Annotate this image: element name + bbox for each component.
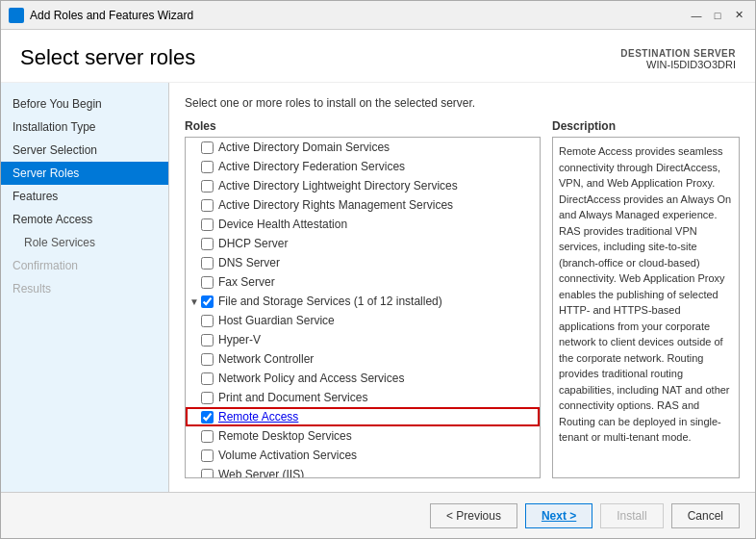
role-name-dhcp: DHCP Server <box>218 237 288 250</box>
roles-list: Active Directory Domain ServicesActive D… <box>186 138 540 478</box>
checkbox-network-policy[interactable] <box>201 372 214 385</box>
role-name-ad-rms: Active Directory Rights Management Servi… <box>218 198 453 212</box>
sidebar: Before You BeginInstallation TypeServer … <box>1 83 169 492</box>
role-name-volume-activation: Volume Activation Services <box>218 449 357 462</box>
install-button[interactable]: Install <box>600 503 663 528</box>
sidebar-item-role-services[interactable]: Role Services <box>1 231 168 254</box>
role-item-dhcp[interactable]: DHCP Server <box>186 234 540 253</box>
description-label: Description <box>552 119 740 133</box>
next-button[interactable]: Next > <box>525 503 592 528</box>
roles-list-container[interactable]: Active Directory Domain ServicesActive D… <box>185 137 541 478</box>
role-item-device-health[interactable]: Device Health Attestation <box>186 215 540 234</box>
roles-panel: Roles Active Directory Domain ServicesAc… <box>185 119 541 478</box>
role-name-web-server: Web Server (IIS) <box>218 468 304 478</box>
role-name-remote-desktop: Remote Desktop Services <box>218 429 352 443</box>
roles-label: Roles <box>185 119 541 133</box>
role-item-host-guardian[interactable]: Host Guardian Service <box>186 311 540 330</box>
role-name-print-doc: Print and Document Services <box>218 391 367 404</box>
role-item-remote-desktop[interactable]: Remote Desktop Services <box>186 426 540 446</box>
role-item-network-controller[interactable]: Network Controller <box>186 349 540 369</box>
page-title: Select server roles <box>20 45 195 70</box>
role-name-host-guardian: Host Guardian Service <box>218 314 335 327</box>
sidebar-item-remote-access[interactable]: Remote Access <box>1 208 168 231</box>
app-icon <box>9 8 24 23</box>
destination-info: DESTINATION SERVER WIN-I5DID3O3DRI <box>620 48 736 70</box>
checkbox-ad-fs[interactable] <box>201 161 214 173</box>
checkbox-hyper-v[interactable] <box>201 334 214 346</box>
footer: < Previous Next > Install Cancel <box>1 492 755 538</box>
checkbox-device-health[interactable] <box>201 218 214 231</box>
role-item-dns[interactable]: DNS Server <box>186 253 540 272</box>
role-item-fax[interactable]: Fax Server <box>186 272 540 292</box>
role-item-volume-activation[interactable]: Volume Activation Services <box>186 446 540 465</box>
checkbox-network-controller[interactable] <box>201 353 214 366</box>
window-controls: — □ ✕ <box>688 7 747 24</box>
role-name-ad-ds: Active Directory Domain Services <box>218 141 390 154</box>
previous-button[interactable]: < Previous <box>430 503 517 528</box>
checkbox-volume-activation[interactable] <box>201 449 214 462</box>
checkbox-host-guardian[interactable] <box>201 315 214 327</box>
role-item-ad-lds[interactable]: Active Directory Lightweight Directory S… <box>186 176 540 195</box>
checkbox-ad-rms[interactable] <box>201 199 214 212</box>
sidebar-item-installation-type[interactable]: Installation Type <box>1 116 168 139</box>
role-name-remote-access: Remote Access <box>218 410 298 424</box>
sidebar-item-before-you-begin[interactable]: Before You Begin <box>1 92 168 116</box>
checkbox-web-server[interactable] <box>201 469 214 478</box>
description-panel: Description Remote Access provides seaml… <box>552 119 740 478</box>
role-item-ad-ds[interactable]: Active Directory Domain Services <box>186 138 540 157</box>
role-item-print-doc[interactable]: Print and Document Services <box>186 388 540 407</box>
two-column-layout: Roles Active Directory Domain ServicesAc… <box>185 119 740 478</box>
sidebar-item-confirmation: Confirmation <box>1 254 168 277</box>
checkbox-file-storage[interactable] <box>201 295 214 308</box>
checkbox-dns[interactable] <box>201 257 214 270</box>
role-item-ad-rms[interactable]: Active Directory Rights Management Servi… <box>186 195 540 215</box>
checkbox-dhcp[interactable] <box>201 238 214 250</box>
role-name-ad-lds: Active Directory Lightweight Directory S… <box>218 179 458 192</box>
sidebar-item-server-roles[interactable]: Server Roles <box>1 162 168 185</box>
role-name-hyper-v: Hyper-V <box>218 333 261 346</box>
checkbox-remote-desktop[interactable] <box>201 430 214 443</box>
role-name-network-policy: Network Policy and Access Services <box>218 372 404 385</box>
sidebar-item-features[interactable]: Features <box>1 185 168 208</box>
role-name-dns: DNS Server <box>218 256 280 270</box>
role-name-ad-fs: Active Directory Federation Services <box>218 160 405 173</box>
role-name-network-controller: Network Controller <box>218 352 314 366</box>
checkbox-print-doc[interactable] <box>201 392 214 404</box>
role-item-file-storage[interactable]: ▼File and Storage Services (1 of 12 inst… <box>186 292 540 311</box>
main-content-area: Select one or more roles to install on t… <box>169 83 755 492</box>
checkbox-ad-lds[interactable] <box>201 180 214 192</box>
title-bar: Add Roles and Features Wizard — □ ✕ <box>1 1 755 30</box>
close-button[interactable]: ✕ <box>730 7 747 24</box>
destination-label: DESTINATION SERVER <box>620 48 736 59</box>
main-body: Before You BeginInstallation TypeServer … <box>1 83 755 492</box>
role-item-remote-access[interactable]: Remote Access <box>186 407 540 426</box>
role-item-network-policy[interactable]: Network Policy and Access Services <box>186 369 540 388</box>
checkbox-remote-access[interactable] <box>201 411 214 424</box>
content-area: Select server roles DESTINATION SERVER W… <box>1 30 755 538</box>
destination-server: WIN-I5DID3O3DRI <box>620 59 736 70</box>
window-title: Add Roles and Features Wizard <box>30 9 688 22</box>
role-name-file-storage: File and Storage Services (1 of 12 insta… <box>218 295 442 308</box>
checkbox-fax[interactable] <box>201 276 214 289</box>
role-item-hyper-v[interactable]: Hyper-V <box>186 330 540 349</box>
sidebar-item-results: Results <box>1 277 168 300</box>
cancel-button[interactable]: Cancel <box>671 503 740 528</box>
main-window: Add Roles and Features Wizard — □ ✕ Sele… <box>0 0 756 539</box>
role-item-web-server[interactable]: Web Server (IIS) <box>186 465 540 478</box>
role-item-ad-fs[interactable]: Active Directory Federation Services <box>186 157 540 176</box>
role-name-device-health: Device Health Attestation <box>218 218 347 231</box>
checkbox-ad-ds[interactable] <box>201 141 214 154</box>
minimize-button[interactable]: — <box>688 7 705 24</box>
expand-icon-file-storage: ▼ <box>189 296 201 307</box>
role-name-fax: Fax Server <box>218 275 275 289</box>
instruction-text: Select one or more roles to install on t… <box>185 96 740 110</box>
maximize-button[interactable]: □ <box>709 7 726 24</box>
header-section: Select server roles DESTINATION SERVER W… <box>1 30 755 83</box>
description-text: Remote Access provides seamless connecti… <box>552 137 740 478</box>
sidebar-item-server-selection[interactable]: Server Selection <box>1 139 168 162</box>
